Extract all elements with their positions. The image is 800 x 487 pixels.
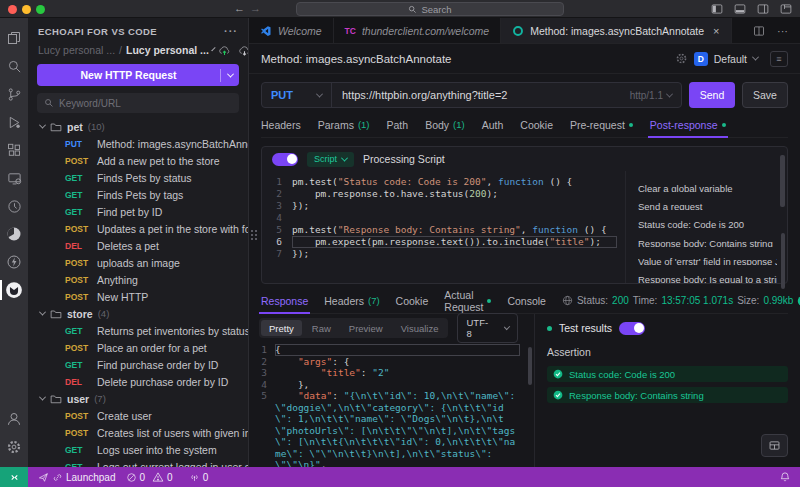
env-settings-gear-icon[interactable]: [675, 52, 688, 65]
view-mode-visualize[interactable]: Visualize: [393, 320, 447, 336]
echoapi-icon[interactable]: [0, 276, 28, 304]
sidebar-more-icon[interactable]: ···: [224, 25, 238, 37]
accounts-icon[interactable]: [0, 405, 28, 433]
folder-row-user[interactable]: user(7): [28, 390, 248, 407]
zoom-window-button[interactable]: [36, 5, 45, 14]
explorer-icon[interactable]: [0, 24, 28, 52]
request-item[interactable]: GETFind purchase order by ID: [28, 356, 248, 373]
environment-list-icon[interactable]: ≡: [770, 51, 788, 67]
request-item[interactable]: POSTNew HTTP: [28, 288, 248, 305]
resize-handle[interactable]: [251, 230, 258, 241]
tab-pre-request[interactable]: Pre-request: [570, 112, 633, 137]
script-type-select[interactable]: Script: [307, 152, 354, 167]
remote-explorer-icon[interactable]: [0, 164, 28, 192]
http-version-select[interactable]: http/1.1: [630, 90, 681, 101]
notifications-bell-icon[interactable]: [779, 471, 791, 483]
tab-response-headers[interactable]: Headers(7): [324, 288, 379, 313]
source-control-icon[interactable]: [0, 80, 28, 108]
back-arrow-icon[interactable]: ←: [234, 2, 245, 14]
pie-extension-icon[interactable]: [0, 220, 28, 248]
tab-headers[interactable]: Headers: [261, 112, 301, 137]
editor-more-actions-icon[interactable]: ···: [777, 25, 788, 37]
extensions-icon[interactable]: [0, 136, 28, 164]
script-enabled-toggle[interactable]: [272, 153, 298, 166]
errors-item[interactable]: 0: [126, 472, 146, 483]
request-item[interactable]: DELDelete purchase order by ID: [28, 373, 248, 390]
send-button[interactable]: Send: [689, 82, 735, 108]
tab-cookie[interactable]: Cookie: [520, 112, 553, 137]
thunder-client-icon[interactable]: [0, 248, 28, 276]
forward-arrow-icon[interactable]: →: [250, 2, 261, 14]
tab-response[interactable]: Response: [261, 288, 308, 313]
toggle-panel-icon[interactable]: [734, 3, 746, 15]
settings-gear-icon[interactable]: [0, 433, 28, 461]
request-item[interactable]: GETFind pet by ID: [28, 203, 248, 220]
save-button[interactable]: Save: [742, 82, 788, 108]
timeline-clock-icon[interactable]: [0, 192, 28, 220]
cloud-download-icon[interactable]: [238, 44, 249, 57]
url-input[interactable]: https://httpbin.org/anything?title=2: [332, 89, 630, 101]
split-editor-icon[interactable]: [753, 25, 765, 37]
scrollbar-thumb[interactable]: [780, 155, 785, 207]
new-request-dropdown[interactable]: [221, 73, 239, 78]
launchpad-item[interactable]: Launchpad: [38, 472, 116, 483]
script-code-editor[interactable]: 1pm.test("Status code: Code is 200", fun…: [262, 171, 625, 283]
snippet-item[interactable]: Status code: Code is 200: [638, 219, 777, 228]
ports-item[interactable]: 0: [189, 472, 209, 483]
close-tab-icon[interactable]: ×: [713, 25, 719, 37]
snippet-item[interactable]: Clear a global variable: [638, 183, 777, 192]
request-item[interactable]: POSTAdd a new pet to the store: [28, 152, 248, 169]
remote-indicator[interactable]: [0, 467, 28, 487]
test-results-toggle[interactable]: [619, 322, 645, 335]
tab-welcome[interactable]: Welcome: [249, 18, 334, 43]
scrollbar-thumb[interactable]: [528, 347, 532, 385]
request-item[interactable]: POSTCreate user: [28, 407, 248, 424]
command-center-search[interactable]: Search: [296, 2, 564, 16]
new-http-request-button[interactable]: New HTTP Request: [37, 64, 239, 86]
request-item[interactable]: GETFinds Pets by tags: [28, 186, 248, 203]
chevron-down-icon[interactable]: [752, 54, 759, 61]
view-mode-raw[interactable]: Raw: [304, 320, 339, 336]
encoding-select[interactable]: UTF-8: [457, 313, 518, 343]
tab-post-response[interactable]: Post-response: [650, 112, 726, 137]
workspace-parent[interactable]: Lucy personal ...: [38, 44, 115, 56]
snippet-item[interactable]: Value of 'errstr' field in response J...: [638, 256, 777, 265]
tab-auth[interactable]: Auth: [482, 112, 504, 137]
request-item[interactable]: GETReturns pet inventories by status: [28, 322, 248, 339]
request-item[interactable]: POSTUpdates a pet in the store with form…: [28, 220, 248, 237]
toggle-secondary-sidebar-icon[interactable]: [757, 3, 769, 15]
tab-console[interactable]: Console: [507, 288, 546, 313]
tab-response-cookie[interactable]: Cookie: [396, 288, 429, 313]
request-item[interactable]: GETLogs user into the system: [28, 441, 248, 458]
folder-row-pet[interactable]: pet(10): [28, 118, 248, 135]
warnings-item[interactable]: 0: [152, 471, 173, 483]
request-item[interactable]: PUTMethod: images.asyncBatchAnnotate: [28, 135, 248, 152]
method-select[interactable]: PUT: [262, 83, 332, 107]
sidebar-search-input[interactable]: Keyword/URL: [37, 93, 239, 113]
view-mode-pretty[interactable]: Pretty: [261, 320, 302, 336]
request-item[interactable]: POSTuploads an image: [28, 254, 248, 271]
cloud-upload-icon[interactable]: [218, 44, 231, 57]
request-item[interactable]: POSTPlace an order for a pet: [28, 339, 248, 356]
environment-name[interactable]: Default: [714, 53, 747, 65]
request-item[interactable]: POSTCreates list of users with given inp…: [28, 424, 248, 441]
request-item[interactable]: GETFinds Pets by status: [28, 169, 248, 186]
request-item[interactable]: GETLogs out current logged in user sessi…: [28, 458, 248, 467]
tab-method-request[interactable]: Method: images.asyncBatchAnnotate ×: [501, 18, 731, 43]
chevron-down-icon[interactable]: [211, 46, 215, 50]
toggle-sidebar-icon[interactable]: [711, 3, 723, 15]
snippet-item[interactable]: Response body: Is equal to a string: [638, 274, 777, 283]
tab-actual-request[interactable]: Actual Request: [444, 288, 491, 313]
workspace-current[interactable]: Lucy personal ...: [126, 44, 209, 56]
tab-path[interactable]: Path: [387, 112, 409, 137]
response-body-viewer[interactable]: 1{ 2 "args": { 3 "title": "2" 4 }, 5 "da…: [249, 342, 534, 467]
view-mode-preview[interactable]: Preview: [341, 320, 391, 336]
tab-body[interactable]: Body(1): [425, 112, 465, 137]
tab-thunderclient[interactable]: TC thunderclient.com/welcome: [334, 18, 502, 43]
snippet-item[interactable]: Send a request: [638, 201, 777, 210]
customize-layout-icon[interactable]: [780, 3, 792, 15]
panel-layout-button[interactable]: [761, 434, 788, 457]
run-debug-icon[interactable]: [0, 108, 28, 136]
search-sidebar-icon[interactable]: [0, 52, 28, 80]
folder-row-store[interactable]: store(4): [28, 305, 248, 322]
